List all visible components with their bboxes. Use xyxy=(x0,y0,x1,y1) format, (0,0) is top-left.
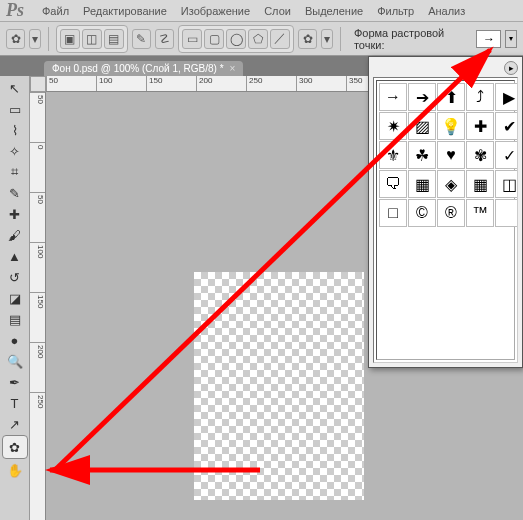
healing-tool[interactable]: ✚ xyxy=(3,204,27,224)
shape-arrow-play[interactable]: ▶ xyxy=(495,83,518,111)
menu-bar: Ps Файл Редактирование Изображение Слои … xyxy=(0,0,523,22)
shape-arrow-up-bold[interactable]: ⬆ xyxy=(437,83,465,111)
shape-arrow-bold[interactable]: ➔ xyxy=(408,83,436,111)
ruler-vertical: 50050100150200250 xyxy=(30,92,46,520)
ruler-tick: 150 xyxy=(30,292,45,342)
document-tab[interactable]: Фон 0.psd @ 100% (Слой 1, RGB/8) * × xyxy=(44,61,243,76)
shape-preview[interactable]: → xyxy=(476,30,501,48)
ruler-tick: 250 xyxy=(246,76,296,91)
eyedropper-tool[interactable]: ✎ xyxy=(3,183,27,203)
rectangle-icon[interactable]: ▭ xyxy=(182,29,202,49)
toolbox: ↖▭⌇✧⌗✎✚🖌▲↺◪▤●🔍✒T↗✿✋ xyxy=(0,76,30,520)
shape-registered[interactable]: ® xyxy=(437,199,465,227)
line-icon[interactable]: ／ xyxy=(270,29,290,49)
separator xyxy=(48,27,49,51)
shape-copyright[interactable]: © xyxy=(408,199,436,227)
menu-select[interactable]: Выделение xyxy=(305,5,363,17)
shape-arrow-curve-up[interactable]: ⤴ xyxy=(466,83,494,111)
shape-trademark[interactable]: ™ xyxy=(466,199,494,227)
shape-grid: →➔⬆⤴▶✷▨💡✚✔⚜☘♥✾✓🗨▦◈▦◫□©®™ xyxy=(376,80,515,360)
ruler-tick: 150 xyxy=(146,76,196,91)
polygon-icon[interactable]: ⬠ xyxy=(248,29,268,49)
move-tool[interactable]: ↖ xyxy=(3,78,27,98)
freeform-pen-icon[interactable]: ☡ xyxy=(155,29,174,49)
shape-starburst[interactable]: ✷ xyxy=(379,112,407,140)
transparent-region xyxy=(194,272,364,500)
pen-tool[interactable]: ✒ xyxy=(3,372,27,392)
shape-cross[interactable]: ✚ xyxy=(466,112,494,140)
shape-tools-group: ▭ ▢ ◯ ⬠ ／ xyxy=(178,25,294,53)
shape-blob[interactable]: ✾ xyxy=(466,141,494,169)
ruler-tick: 300 xyxy=(296,76,346,91)
ruler-tick: 50 xyxy=(30,92,45,142)
tool-preset-dropdown-icon[interactable]: ▾ xyxy=(29,29,41,49)
crop-tool[interactable]: ⌗ xyxy=(3,162,27,182)
ruler-tick: 100 xyxy=(30,242,45,292)
dodge-tool[interactable]: 🔍 xyxy=(3,351,27,371)
custom-shape-options-icon[interactable]: ▾ xyxy=(321,29,333,49)
shape-fleur[interactable]: ⚜ xyxy=(379,141,407,169)
shape-label: Форма растровой точки: xyxy=(354,27,473,51)
menu-layers[interactable]: Слои xyxy=(264,5,291,17)
app-logo: Ps xyxy=(6,0,24,21)
ruler-tick: 200 xyxy=(30,342,45,392)
ruler-corner xyxy=(30,76,46,92)
shape-stripes[interactable]: ▨ xyxy=(408,112,436,140)
custom-shape-tool[interactable]: ✿ xyxy=(2,435,28,459)
menu-analysis[interactable]: Анализ xyxy=(428,5,465,17)
pen-icon[interactable]: ✎ xyxy=(132,29,151,49)
options-bar: ✿ ▾ ▣ ◫ ▤ ✎ ☡ ▭ ▢ ◯ ⬠ ／ ✿ ▾ Форма растро… xyxy=(0,22,523,56)
ruler-tick: 200 xyxy=(196,76,246,91)
lasso-tool[interactable]: ⌇ xyxy=(3,120,27,140)
document-title: Фон 0.psd @ 100% (Слой 1, RGB/8) * xyxy=(52,63,224,74)
shape-check[interactable]: ✓ xyxy=(495,141,518,169)
shape-diamond-pattern[interactable]: ◈ xyxy=(437,170,465,198)
ruler-tick: 50 xyxy=(46,76,96,91)
ruler-tick: 50 xyxy=(30,192,45,242)
shape-picker-toggle[interactable]: ▾ xyxy=(505,30,517,48)
shape-heart[interactable]: ♥ xyxy=(437,141,465,169)
shape-arrow-thin[interactable]: → xyxy=(379,83,407,111)
ruler-tick: 250 xyxy=(30,392,45,442)
menu-image[interactable]: Изображение xyxy=(181,5,250,17)
menu-edit[interactable]: Редактирование xyxy=(83,5,167,17)
shape-leaf[interactable]: ☘ xyxy=(408,141,436,169)
shape-layer-icon[interactable]: ▣ xyxy=(60,29,80,49)
gradient-tool[interactable]: ▤ xyxy=(3,309,27,329)
popup-toolbar: ▸ xyxy=(373,61,518,75)
shape-square[interactable]: □ xyxy=(379,199,407,227)
brush-tool[interactable]: 🖌 xyxy=(3,225,27,245)
type-tool[interactable]: T xyxy=(3,393,27,413)
menu-file[interactable]: Файл xyxy=(42,5,69,17)
menu-filter[interactable]: Фильтр xyxy=(377,5,414,17)
separator xyxy=(340,27,341,51)
marquee-tool[interactable]: ▭ xyxy=(3,99,27,119)
shape-picker-popup: ▸ →➔⬆⤴▶✷▨💡✚✔⚜☘♥✾✓🗨▦◈▦◫□©®™ xyxy=(368,56,523,368)
tool-preset-icon[interactable]: ✿ xyxy=(6,29,25,49)
shape-grid[interactable]: ▦ xyxy=(466,170,494,198)
hand-tool[interactable]: ✋ xyxy=(3,460,27,480)
shape-halftone[interactable]: ▦ xyxy=(408,170,436,198)
shape-bulb[interactable]: 💡 xyxy=(437,112,465,140)
wand-tool[interactable]: ✧ xyxy=(3,141,27,161)
path-select-tool[interactable]: ↗ xyxy=(3,414,27,434)
blur-tool[interactable]: ● xyxy=(3,330,27,350)
shape-speech[interactable]: 🗨 xyxy=(379,170,407,198)
ellipse-icon[interactable]: ◯ xyxy=(226,29,246,49)
shape-tile[interactable]: ◫ xyxy=(495,170,518,198)
rounded-rect-icon[interactable]: ▢ xyxy=(204,29,224,49)
shape-empty[interactable] xyxy=(495,199,518,227)
popup-menu-icon[interactable]: ▸ xyxy=(504,61,518,75)
layer-mode-group: ▣ ◫ ▤ xyxy=(56,25,128,53)
eraser-tool[interactable]: ◪ xyxy=(3,288,27,308)
path-icon[interactable]: ◫ xyxy=(82,29,102,49)
close-icon[interactable]: × xyxy=(230,63,236,74)
ruler-tick: 100 xyxy=(96,76,146,91)
fill-pixels-icon[interactable]: ▤ xyxy=(104,29,124,49)
ruler-tick: 0 xyxy=(30,142,45,192)
custom-shape-icon[interactable]: ✿ xyxy=(298,29,317,49)
stamp-tool[interactable]: ▲ xyxy=(3,246,27,266)
history-brush-tool[interactable]: ↺ xyxy=(3,267,27,287)
shape-check-bold[interactable]: ✔ xyxy=(495,112,518,140)
